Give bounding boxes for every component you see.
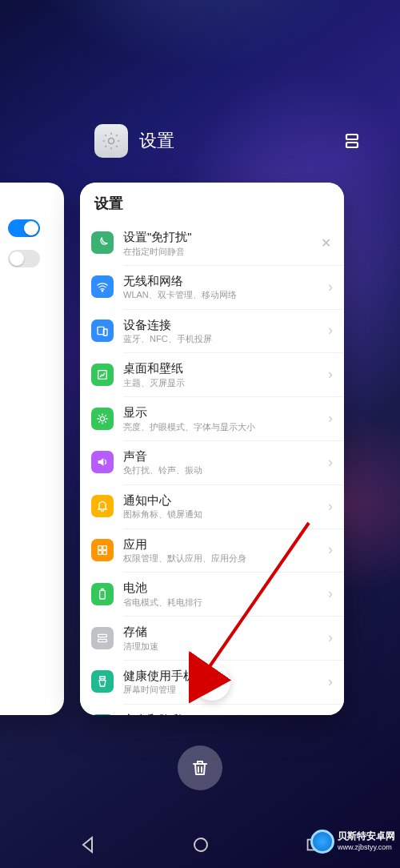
- item-subtitle: 免打扰、铃声、振动: [123, 464, 325, 476]
- item-subtitle: 主题、灭屏显示: [123, 377, 325, 388]
- settings-item-noti[interactable]: 通知中心图标角标、锁屏通知›: [80, 484, 344, 528]
- batt-icon: [91, 583, 114, 605]
- item-subtitle: WLAN、双卡管理、移动网络: [123, 289, 325, 300]
- settings-item-moon[interactable]: 设置"免打扰"在指定时间静音✕: [80, 221, 344, 265]
- svg-point-17: [194, 838, 207, 851]
- chevron-right-icon: ›: [325, 629, 336, 646]
- settings-item-dev[interactable]: 设备连接蓝牙、NFC、手机投屏›: [80, 309, 344, 353]
- svg-rect-8: [98, 546, 102, 550]
- health-icon: [91, 670, 114, 693]
- chevron-right-icon: ›: [325, 454, 336, 471]
- item-title: 无线和网络: [123, 273, 325, 289]
- item-title: 通知中心: [123, 492, 325, 508]
- item-subtitle: 蓝牙、NFC、手机投屏: [123, 333, 325, 344]
- settings-item-batt[interactable]: 电池省电模式、耗电排行›: [80, 572, 344, 616]
- nav-home-button[interactable]: [191, 835, 210, 858]
- item-subtitle: 在指定时间静音: [123, 246, 316, 257]
- noti-icon: [91, 495, 114, 517]
- settings-app-icon: [94, 124, 128, 158]
- svg-rect-10: [98, 551, 102, 555]
- svg-rect-1: [346, 135, 358, 139]
- item-subtitle: 图标角标、锁屏通知: [123, 508, 325, 520]
- toggle-switch[interactable]: [8, 250, 40, 267]
- clear-all-button[interactable]: [178, 745, 222, 790]
- moon-icon: [91, 231, 114, 254]
- chevron-right-icon: ›: [325, 673, 336, 690]
- card-title: 设置: [80, 183, 344, 221]
- settings-item-sec[interactable]: 安全和隐私人脸识别、指纹、密码保险箱›: [80, 704, 344, 715]
- dev-icon: [91, 319, 114, 342]
- system-nav-bar: [0, 824, 400, 868]
- pin-app-button[interactable]: [194, 664, 230, 701]
- toggle-switch[interactable]: [8, 219, 40, 237]
- item-subtitle: 省电模式、耗电排行: [123, 597, 325, 608]
- settings-item-app[interactable]: 应用权限管理、默认应用、应用分身›: [80, 528, 344, 573]
- item-subtitle: 权限管理、默认应用、应用分身: [123, 553, 325, 564]
- item-title: 设备连接: [123, 317, 325, 333]
- sec-icon: [91, 714, 114, 715]
- item-title: 存储: [123, 624, 325, 640]
- nav-back-button[interactable]: [78, 835, 98, 858]
- svg-rect-9: [103, 546, 107, 550]
- chevron-right-icon: ›: [325, 322, 336, 339]
- svg-rect-12: [100, 590, 106, 599]
- item-subtitle: 清理加速: [123, 641, 325, 652]
- recent-app-card-settings[interactable]: 设置 设置"免打扰"在指定时间静音✕无线和网络WLAN、双卡管理、移动网络›设备…: [80, 183, 344, 715]
- svg-rect-15: [98, 639, 107, 641]
- chevron-right-icon: ›: [325, 366, 336, 383]
- wifi-icon: [91, 275, 114, 298]
- settings-item-sound[interactable]: 声音免打扰、铃声、振动›: [80, 440, 344, 484]
- app-name: 设置: [139, 129, 174, 153]
- store-icon: [91, 627, 114, 649]
- chevron-right-icon: ›: [325, 279, 336, 295]
- settings-item-store[interactable]: 存储清理加速›: [80, 616, 344, 660]
- desk-icon: [91, 364, 114, 386]
- svg-point-0: [109, 139, 114, 144]
- layout-switch-icon[interactable]: [340, 129, 364, 153]
- nav-recents-button[interactable]: [304, 836, 322, 857]
- disp-icon: [91, 408, 114, 430]
- item-title: 声音: [123, 448, 325, 464]
- settings-item-desk[interactable]: 桌面和壁纸主题、灭屏显示›: [80, 352, 344, 396]
- svg-point-7: [100, 416, 104, 420]
- item-title: 桌面和壁纸: [123, 360, 325, 376]
- item-title: 电池: [123, 580, 325, 596]
- svg-point-3: [102, 291, 102, 291]
- item-title: 应用: [123, 536, 325, 553]
- svg-rect-14: [98, 634, 107, 637]
- chevron-right-icon: ›: [325, 541, 336, 558]
- svg-rect-18: [307, 839, 318, 850]
- item-subtitle: 亮度、护眼模式、字体与显示大小: [123, 421, 325, 432]
- recent-app-card-prev[interactable]: [0, 183, 64, 715]
- sound-icon: [91, 451, 114, 473]
- svg-rect-11: [103, 551, 107, 555]
- svg-rect-13: [102, 589, 104, 590]
- settings-item-wifi[interactable]: 无线和网络WLAN、双卡管理、移动网络›: [80, 265, 344, 309]
- item-title: 显示: [123, 404, 325, 420]
- chevron-right-icon: ›: [325, 498, 336, 515]
- settings-item-disp[interactable]: 显示亮度、护眼模式、字体与显示大小›: [80, 396, 344, 440]
- svg-rect-2: [346, 143, 358, 147]
- item-title: 安全和隐私: [123, 712, 325, 715]
- chevron-right-icon: ›: [325, 410, 336, 427]
- app-icon: [91, 539, 114, 561]
- chevron-right-icon: ›: [325, 585, 336, 602]
- dismiss-icon[interactable]: ✕: [316, 235, 336, 251]
- item-title: 设置"免打扰": [123, 229, 316, 245]
